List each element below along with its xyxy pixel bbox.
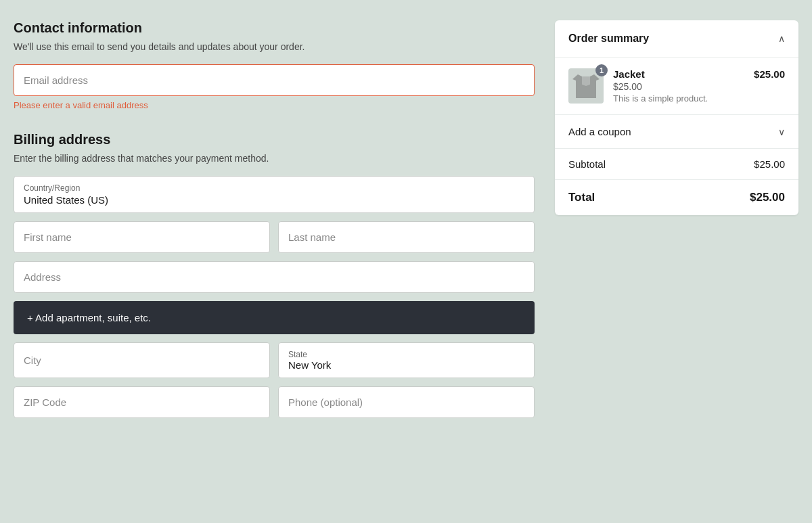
email-group: Please enter a valid email address [14, 64, 535, 110]
billing-section: Billing address Enter the billing addres… [14, 132, 535, 418]
right-column: Order summary ∧ 1 Jacket $25.00 [555, 20, 798, 215]
item-total: $25.00 [754, 68, 785, 80]
address-input[interactable] [14, 261, 535, 293]
item-badge: 1 [595, 64, 608, 76]
country-group: Country/Region United States (US) [14, 176, 535, 213]
state-label: State [288, 350, 524, 359]
item-price: $25.00 [613, 81, 744, 92]
name-row [14, 221, 535, 253]
total-row: Total $25.00 [555, 180, 798, 215]
coupon-chevron-icon: ∨ [778, 127, 785, 137]
coupon-label: Add a coupon [568, 126, 631, 137]
email-error: Please enter a valid email address [14, 100, 535, 110]
order-item: 1 Jacket $25.00 This is a simple product… [555, 58, 798, 115]
page-wrapper: Contact information We'll use this email… [14, 20, 798, 426]
country-field[interactable]: Country/Region United States (US) [14, 176, 535, 213]
left-column: Contact information We'll use this email… [14, 20, 535, 426]
billing-title: Billing address [14, 132, 535, 147]
item-details: Jacket $25.00 This is a simple product. [613, 68, 744, 104]
address-group [14, 261, 535, 293]
zip-phone-row [14, 386, 535, 418]
total-value: $25.00 [750, 191, 785, 204]
zip-input[interactable] [14, 386, 270, 418]
item-image-wrapper: 1 [568, 68, 604, 104]
contact-section: Contact information We'll use this email… [14, 20, 535, 110]
city-state-row: State New York [14, 342, 535, 378]
billing-subtitle: Enter the billing address that matches y… [14, 153, 535, 164]
coupon-row[interactable]: Add a coupon ∨ [555, 115, 798, 149]
contact-subtitle: We'll use this email to send you details… [14, 41, 535, 52]
order-summary-title: Order summary [568, 32, 649, 45]
total-label: Total [568, 191, 595, 204]
collapse-icon: ∧ [778, 33, 785, 44]
subtotal-row: Subtotal $25.00 [555, 149, 798, 180]
last-name-input[interactable] [278, 221, 535, 253]
jacket-image [572, 71, 600, 101]
contact-title: Contact information [14, 20, 535, 36]
order-summary-card: Order summary ∧ 1 Jacket $25.00 [555, 20, 798, 215]
country-label: Country/Region [24, 183, 524, 193]
item-description: This is a simple product. [613, 93, 744, 104]
subtotal-label: Subtotal [568, 158, 606, 170]
country-value: United States (US) [24, 194, 108, 206]
state-field[interactable]: State New York [278, 342, 535, 378]
state-value: New York [288, 359, 524, 371]
phone-input[interactable] [278, 386, 535, 418]
email-input[interactable] [14, 64, 535, 96]
item-name: Jacket [613, 68, 744, 80]
order-summary-header[interactable]: Order summary ∧ [555, 20, 798, 58]
first-name-input[interactable] [14, 221, 270, 253]
subtotal-value: $25.00 [754, 158, 785, 170]
add-apartment-button[interactable]: + Add apartment, suite, etc. [14, 301, 535, 334]
city-input[interactable] [14, 342, 270, 378]
